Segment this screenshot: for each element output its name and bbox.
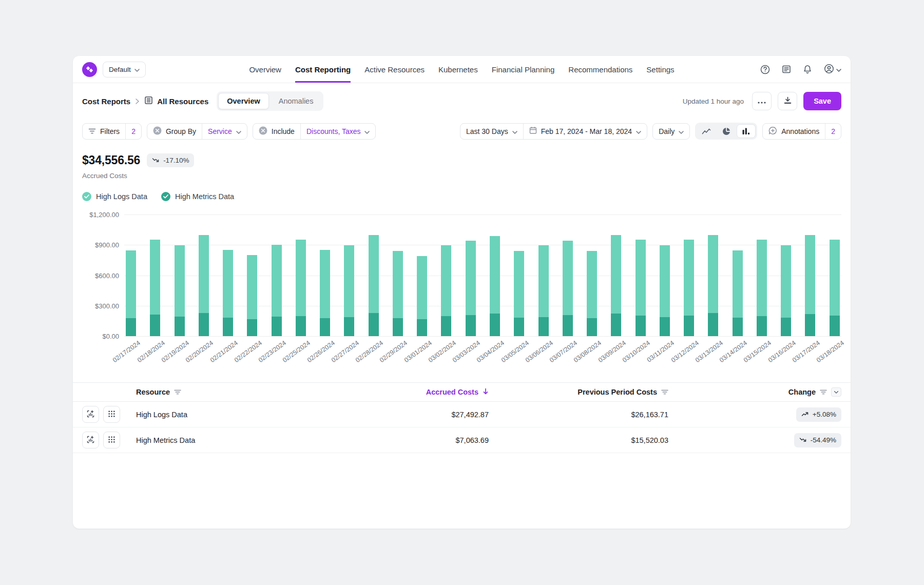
annotations-chip[interactable]: Annotations 2 — [762, 123, 841, 140]
include-label: Include — [272, 127, 295, 135]
pie-chart-icon[interactable] — [717, 124, 736, 138]
bar-03/18/2024[interactable] — [830, 240, 840, 336]
x-slot: 03/06/2024 — [538, 336, 549, 371]
column-header-change[interactable]: Change — [668, 387, 841, 397]
notifications-bell-icon[interactable] — [803, 65, 812, 74]
bar-segment — [296, 316, 306, 337]
legend-label: High Logs Data — [96, 192, 147, 201]
bar-02/29/2024[interactable] — [393, 251, 403, 336]
add-to-chart-button[interactable] — [82, 406, 99, 423]
more-options-button[interactable] — [752, 92, 772, 110]
bar-02/17/2024[interactable] — [126, 250, 136, 336]
grid-dots-button[interactable] — [103, 406, 120, 423]
breadcrumb-root[interactable]: Cost Reports — [82, 97, 130, 106]
column-header-accrued-costs[interactable]: Accrued Costs — [335, 388, 489, 396]
tab-overview[interactable]: Overview — [218, 93, 269, 109]
changelog-icon[interactable] — [782, 65, 791, 74]
grid-dots-button[interactable] — [103, 432, 120, 449]
bar-segment — [636, 240, 646, 315]
bar-03/10/2024[interactable] — [636, 240, 646, 336]
tab-anomalies[interactable]: Anomalies — [270, 93, 322, 109]
main-card: Default Overview Cost Reporting Active R… — [73, 56, 851, 529]
change-badge: -54.49% — [794, 433, 841, 447]
include-chip[interactable]: Include Discounts, Taxes — [253, 123, 376, 140]
column-header-resource[interactable]: Resource — [136, 388, 335, 396]
bar-03/11/2024[interactable] — [660, 245, 670, 336]
bar-03/14/2024[interactable] — [733, 250, 743, 336]
date-range-dropdown[interactable]: Feb 17, 2024 - Mar 18, 2024 — [524, 124, 647, 139]
bar-segment — [296, 240, 306, 316]
nav-item-overview[interactable]: Overview — [249, 56, 281, 83]
x-slot: 02/22/2024 — [247, 336, 257, 371]
filter-lines-icon[interactable] — [820, 388, 827, 396]
nav-item-active-resources[interactable]: Active Resources — [364, 56, 425, 83]
bar-03/02/2024[interactable] — [441, 245, 451, 336]
chart-bars — [124, 215, 841, 336]
filter-lines-icon[interactable] — [661, 388, 668, 396]
bar-02/18/2024[interactable] — [150, 240, 160, 336]
trend-up-icon — [801, 411, 809, 418]
top-nav: Default Overview Cost Reporting Active R… — [73, 56, 851, 83]
bar-03/09/2024[interactable] — [611, 235, 621, 336]
bar-02/19/2024[interactable] — [175, 245, 185, 336]
column-header-previous-period-costs[interactable]: Previous Period Costs — [489, 388, 668, 396]
legend-item-high-logs-data[interactable]: High Logs Data — [82, 192, 147, 201]
workspace-selector[interactable]: Default — [103, 62, 146, 77]
sort-descending-arrow-icon[interactable] — [483, 388, 489, 396]
bar-03/07/2024[interactable] — [563, 241, 573, 336]
bar-segment — [757, 240, 767, 316]
bar-chart-icon[interactable] — [737, 124, 756, 138]
nav-item-kubernetes[interactable]: Kubernetes — [438, 56, 478, 83]
bar-03/08/2024[interactable] — [587, 251, 597, 336]
bar-03/13/2024[interactable] — [708, 235, 718, 336]
bar-03/05/2024[interactable] — [514, 251, 524, 336]
bar-03/15/2024[interactable] — [757, 240, 767, 336]
bar-02/25/2024[interactable] — [296, 240, 306, 336]
nav-item-financial-planning[interactable]: Financial Planning — [492, 56, 555, 83]
help-icon[interactable] — [760, 65, 770, 74]
bar-02/28/2024[interactable] — [369, 235, 379, 336]
bar-segment — [660, 317, 670, 337]
header-label: Change — [788, 388, 816, 396]
bar-segment — [175, 317, 185, 337]
bar-03/03/2024[interactable] — [466, 241, 476, 336]
bar-03/12/2024[interactable] — [684, 240, 694, 336]
table-row[interactable]: High Metrics Data $7,063.69 $15,520.03 -… — [73, 427, 851, 453]
account-menu[interactable] — [824, 64, 841, 75]
table-row[interactable]: High Logs Data $27,492.87 $26,163.71 +5.… — [73, 402, 851, 427]
remove-circle-x-icon[interactable] — [259, 126, 267, 136]
bar-segment — [417, 256, 427, 319]
granularity-dropdown[interactable]: Daily — [652, 123, 690, 140]
nav-item-recommendations[interactable]: Recommendations — [568, 56, 632, 83]
column-options-dropdown[interactable] — [831, 387, 841, 397]
bar-02/21/2024[interactable] — [223, 250, 233, 336]
bar-02/26/2024[interactable] — [320, 250, 330, 336]
filters-chip[interactable]: Filters 2 — [82, 123, 142, 140]
filter-lines-icon[interactable] — [174, 388, 181, 396]
x-slot: 02/25/2024 — [296, 336, 306, 371]
date-preset-dropdown[interactable]: Last 30 Days — [460, 124, 523, 139]
bar-02/22/2024[interactable] — [247, 255, 257, 336]
bar-02/27/2024[interactable] — [344, 245, 354, 336]
bar-03/17/2024[interactable] — [805, 235, 815, 336]
remove-circle-x-icon[interactable] — [153, 126, 162, 136]
nav-item-cost-reporting[interactable]: Cost Reporting — [295, 56, 351, 83]
group-by-chip[interactable]: Group By Service — [147, 123, 247, 140]
x-slot: 03/02/2024 — [441, 336, 451, 371]
bar-segment — [466, 241, 476, 315]
bar-03/06/2024[interactable] — [538, 245, 549, 336]
bar-03/04/2024[interactable] — [490, 236, 500, 336]
add-to-chart-button[interactable] — [82, 432, 99, 449]
nav-item-settings[interactable]: Settings — [646, 56, 674, 83]
breadcrumb-current[interactable]: All Resources — [144, 96, 208, 106]
bar-03/01/2024[interactable] — [417, 256, 427, 336]
bar-02/20/2024[interactable] — [199, 235, 209, 336]
x-slot: 03/16/2024 — [781, 336, 791, 371]
check-circle-icon — [82, 192, 91, 201]
bar-03/16/2024[interactable] — [781, 245, 791, 336]
download-button[interactable] — [778, 92, 797, 110]
save-button[interactable]: Save — [803, 92, 841, 110]
bar-02/23/2024[interactable] — [272, 245, 282, 336]
line-chart-icon[interactable] — [697, 124, 716, 138]
legend-item-high-metrics-data[interactable]: High Metrics Data — [161, 192, 234, 201]
